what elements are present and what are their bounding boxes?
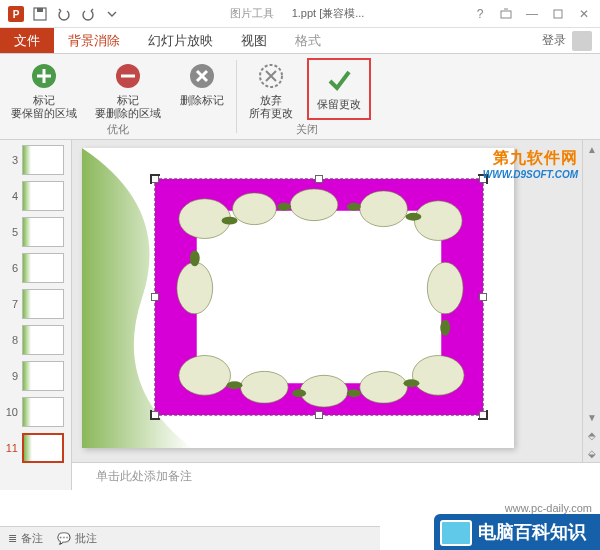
- save-icon[interactable]: [30, 4, 50, 24]
- signin-link[interactable]: 登录: [542, 32, 566, 49]
- mark-keep-label-1: 标记: [33, 94, 55, 106]
- svg-rect-3: [37, 8, 43, 12]
- keep-label: 保留更改: [317, 98, 361, 110]
- slide-thumbnail[interactable]: 7: [0, 286, 71, 322]
- minus-circle-icon: [112, 60, 144, 92]
- tab-view[interactable]: 视图: [227, 28, 281, 53]
- notes-placeholder: 单击此处添加备注: [96, 468, 192, 485]
- watermark-bottom-url: www.pc-daily.com: [505, 502, 592, 514]
- thumb-number: 5: [4, 226, 18, 238]
- ribbon-group-refine-title: 优化: [107, 120, 129, 138]
- thumb-number: 7: [4, 298, 18, 310]
- svg-point-30: [292, 389, 306, 397]
- tab-slideshow[interactable]: 幻灯片放映: [134, 28, 227, 53]
- thumb-number: 4: [4, 190, 18, 202]
- slide-thumbnail[interactable]: 4: [0, 178, 71, 214]
- svg-point-21: [360, 371, 408, 403]
- powerpoint-icon: P: [6, 4, 26, 24]
- discard-changes-button[interactable]: 放弃所有更改: [243, 58, 299, 120]
- prev-slide-icon[interactable]: ⬘: [583, 426, 600, 444]
- resize-handle[interactable]: [315, 411, 323, 419]
- tab-format[interactable]: 格式: [281, 28, 335, 53]
- monitor-icon: [440, 520, 472, 546]
- svg-point-28: [440, 320, 450, 336]
- crop-handle[interactable]: [478, 174, 488, 184]
- scroll-down-icon[interactable]: ▼: [583, 408, 600, 426]
- close-icon[interactable]: ✕: [576, 6, 592, 22]
- user-avatar-icon[interactable]: [572, 31, 592, 51]
- comments-icon: 💬: [57, 532, 71, 545]
- status-notes-button[interactable]: ≣ 备注: [8, 531, 43, 546]
- minimize-icon[interactable]: —: [524, 6, 540, 22]
- slide-thumbnail[interactable]: 6: [0, 250, 71, 286]
- status-bar: ≣ 备注 💬 批注: [0, 526, 380, 550]
- status-comments-button[interactable]: 💬 批注: [57, 531, 97, 546]
- mark-remove-button[interactable]: 标记要删除的区域: [90, 58, 166, 120]
- ribbon-display-icon[interactable]: [498, 6, 514, 22]
- slide-thumbnail[interactable]: 10: [0, 394, 71, 430]
- help-icon[interactable]: ?: [472, 6, 488, 22]
- selected-picture[interactable]: [154, 178, 484, 416]
- svg-rect-5: [554, 10, 562, 18]
- undo-icon[interactable]: [54, 4, 74, 24]
- svg-point-27: [190, 250, 200, 266]
- scroll-up-icon[interactable]: ▲: [583, 140, 600, 158]
- crop-handle[interactable]: [150, 174, 160, 184]
- next-slide-icon[interactable]: ⬙: [583, 444, 600, 462]
- slide-thumbnail[interactable]: 9: [0, 358, 71, 394]
- slide-thumbnail[interactable]: 3: [0, 142, 71, 178]
- svg-point-22: [412, 356, 464, 396]
- thumb-number: 8: [4, 334, 18, 346]
- svg-rect-10: [197, 211, 442, 384]
- slide-thumbnail-rail[interactable]: 34567891011: [0, 140, 72, 490]
- maximize-icon[interactable]: [550, 6, 566, 22]
- thumb-preview: [22, 145, 64, 175]
- crop-handle[interactable]: [150, 410, 160, 420]
- slide-thumbnail[interactable]: 5: [0, 214, 71, 250]
- svg-point-15: [414, 201, 462, 241]
- plus-circle-icon: [28, 60, 60, 92]
- resize-handle[interactable]: [151, 293, 159, 301]
- svg-point-18: [179, 356, 231, 396]
- window-controls: ? — ✕: [472, 6, 600, 22]
- ribbon-group-close-title: 关闭: [296, 120, 318, 138]
- discard-icon: [255, 60, 287, 92]
- svg-point-12: [233, 193, 277, 225]
- resize-handle[interactable]: [315, 175, 323, 183]
- mark-remove-label-2: 要删除的区域: [95, 107, 161, 119]
- slide-thumbnail[interactable]: 11: [0, 430, 71, 466]
- thumb-preview: [22, 325, 64, 355]
- thumb-preview: [22, 253, 64, 283]
- notes-pane[interactable]: 单击此处添加备注: [72, 462, 600, 490]
- context-tab-group-label: 图片工具: [230, 6, 274, 21]
- tab-file[interactable]: 文件: [0, 28, 54, 53]
- svg-point-16: [177, 262, 213, 314]
- floral-frame-icon: [155, 179, 483, 415]
- watermark-bottom-text: 电脑百科知识: [478, 522, 586, 542]
- mark-keep-button[interactable]: 标记要保留的区域: [6, 58, 82, 120]
- svg-point-17: [427, 262, 463, 314]
- slide-thumbnail[interactable]: 8: [0, 322, 71, 358]
- delete-mark-button[interactable]: 删除标记: [174, 58, 230, 120]
- svg-point-14: [360, 191, 408, 227]
- slide-editor[interactable]: ▲ ▼ ⬘ ⬙: [72, 140, 600, 462]
- svg-point-25: [347, 203, 361, 211]
- thumb-number: 6: [4, 262, 18, 274]
- quick-access-toolbar: P: [0, 4, 122, 24]
- resize-handle[interactable]: [479, 293, 487, 301]
- delete-circle-icon: [186, 60, 218, 92]
- keep-changes-button[interactable]: 保留更改: [311, 62, 367, 111]
- vertical-scrollbar[interactable]: ▲ ▼ ⬘ ⬙: [582, 140, 600, 462]
- crop-handle[interactable]: [478, 410, 488, 420]
- svg-point-23: [222, 217, 238, 225]
- tab-background-remove[interactable]: 背景消除: [54, 28, 134, 53]
- qat-customize-icon[interactable]: [102, 4, 122, 24]
- redo-icon[interactable]: [78, 4, 98, 24]
- content-area: 34567891011: [0, 140, 600, 490]
- thumb-preview: [22, 361, 64, 391]
- svg-point-24: [277, 203, 291, 211]
- title-bar: P 图片工具 1.ppt [兼容模... ? — ✕: [0, 0, 600, 28]
- thumb-preview: [22, 397, 64, 427]
- discard-label-1: 放弃: [260, 94, 282, 106]
- thumb-preview: [22, 289, 64, 319]
